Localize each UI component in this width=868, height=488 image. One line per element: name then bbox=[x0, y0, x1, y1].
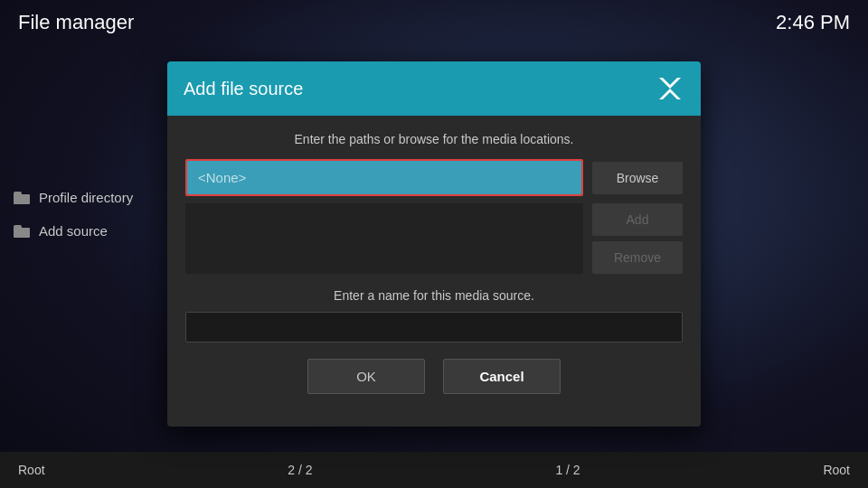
paths-area: Add Remove bbox=[185, 203, 683, 274]
svg-marker-0 bbox=[659, 78, 681, 99]
add-button[interactable]: Add bbox=[592, 203, 683, 236]
dialog-footer: OK Cancel bbox=[185, 359, 683, 410]
add-file-source-dialog: Add file source Enter the paths or brows… bbox=[167, 61, 701, 427]
modal-overlay: Add file source Enter the paths or brows… bbox=[0, 0, 868, 488]
side-buttons: Add Remove bbox=[592, 203, 683, 274]
source-input-wrapper bbox=[185, 159, 583, 196]
paths-list bbox=[185, 203, 583, 274]
dialog-header: Add file source bbox=[167, 61, 701, 116]
source-path-input[interactable] bbox=[187, 161, 581, 194]
dialog-title: Add file source bbox=[184, 79, 303, 99]
remove-button[interactable]: Remove bbox=[592, 241, 683, 274]
name-description: Enter a name for this media source. bbox=[185, 288, 683, 303]
browse-button[interactable]: Browse bbox=[592, 162, 683, 194]
source-row: Browse bbox=[185, 159, 683, 196]
paths-description: Enter the paths or browse for the media … bbox=[185, 132, 683, 146]
ok-button[interactable]: OK bbox=[307, 359, 425, 394]
cancel-button[interactable]: Cancel bbox=[443, 359, 561, 394]
kodi-logo bbox=[656, 74, 684, 103]
media-source-name-input[interactable] bbox=[185, 312, 683, 343]
dialog-body: Enter the paths or browse for the media … bbox=[167, 116, 701, 427]
